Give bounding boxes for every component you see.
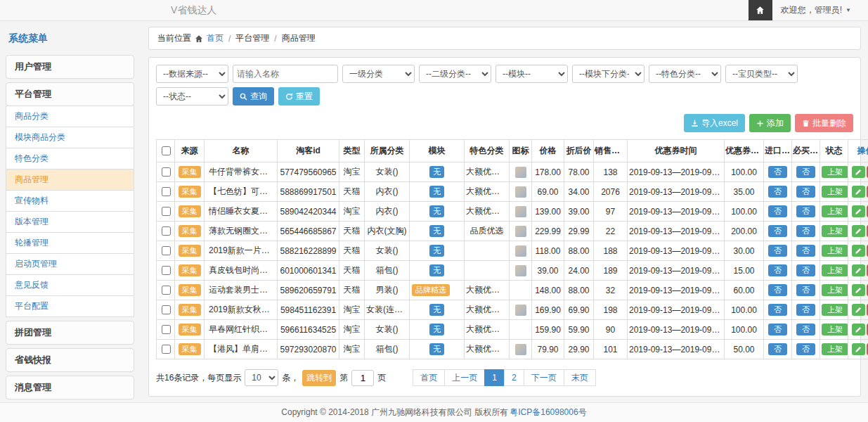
page-button-末页[interactable]: 末页 — [564, 369, 596, 386]
icon-cell — [510, 202, 532, 222]
edit-button[interactable] — [852, 205, 865, 217]
operation-cell — [848, 182, 868, 202]
row-checkbox[interactable] — [162, 305, 171, 314]
must-buy-toggle[interactable]: 否 — [796, 166, 815, 178]
edit-button[interactable] — [852, 225, 865, 237]
must-buy-toggle[interactable]: 否 — [796, 343, 815, 355]
import-excel-button[interactable]: 导入excel — [684, 114, 745, 132]
sidebar-item-拼团管理[interactable]: 拼团管理 — [6, 321, 134, 345]
batch-delete-button[interactable]: 批量删除 — [795, 114, 853, 132]
sidebar-item-用户管理[interactable]: 用户管理 — [6, 55, 134, 79]
row-checkbox[interactable] — [162, 207, 171, 216]
filter-select-0[interactable]: 一级分类 — [342, 65, 415, 83]
status-toggle[interactable]: 上架 — [822, 264, 848, 276]
status-toggle[interactable]: 上架 — [822, 205, 848, 217]
edit-button[interactable] — [852, 166, 865, 178]
search-button[interactable]: 查询 — [233, 87, 274, 106]
import-select-toggle[interactable]: 否 — [768, 264, 787, 276]
row-checkbox[interactable] — [162, 246, 171, 255]
feature-category-cell — [465, 241, 510, 261]
status-toggle[interactable]: 上架 — [822, 166, 848, 178]
row-checkbox[interactable] — [162, 167, 171, 177]
icp-link[interactable]: 粤ICP备16098006号 — [510, 407, 586, 418]
status-toggle[interactable]: 上架 — [822, 186, 848, 198]
user-menu[interactable]: 欢迎您，管理员! ▼ — [772, 4, 868, 16]
filter-select-6[interactable]: --状态-- — [156, 87, 228, 106]
name-search-input[interactable] — [233, 65, 338, 83]
row-checkbox[interactable] — [162, 345, 171, 354]
import-select-toggle[interactable]: 否 — [768, 245, 787, 257]
breadcrumb-home-link[interactable]: 首页 — [207, 32, 224, 44]
page-button-1[interactable]: 1 — [484, 369, 505, 386]
sidebar-item-宣传物料[interactable]: 宣传物料 — [6, 190, 134, 212]
must-buy-toggle[interactable]: 否 — [796, 245, 815, 257]
add-button[interactable]: 添加 — [749, 114, 791, 132]
sidebar-item-平台管理[interactable]: 平台管理 — [6, 82, 134, 106]
filter-select-5[interactable]: --宝贝类型-- — [725, 65, 798, 83]
sidebar-item-特色分类[interactable]: 特色分类 — [6, 148, 134, 170]
status-toggle[interactable]: 上架 — [822, 304, 848, 316]
must-buy-toggle[interactable]: 否 — [796, 205, 815, 217]
sidebar-item-商品分类[interactable]: 商品分类 — [6, 106, 134, 127]
sidebar-item-轮播管理[interactable]: 轮播管理 — [6, 232, 134, 254]
edit-button[interactable] — [852, 324, 865, 335]
must-buy-toggle[interactable]: 否 — [796, 304, 815, 316]
page-button-上一页[interactable]: 上一页 — [444, 369, 485, 386]
sidebar-item-省钱快报[interactable]: 省钱快报 — [6, 348, 134, 372]
page-button-2[interactable]: 2 — [504, 369, 524, 386]
import-select-toggle[interactable]: 否 — [768, 225, 787, 237]
jump-page-input[interactable] — [351, 370, 374, 386]
filter-select-4[interactable]: --特色分类-- — [649, 65, 721, 83]
status-toggle[interactable]: 上架 — [822, 245, 848, 257]
import-select-toggle[interactable]: 否 — [768, 186, 787, 198]
sidebar-item-意见反馈[interactable]: 意见反馈 — [6, 274, 134, 296]
filter-select-3[interactable]: --模块下分类-- — [572, 65, 644, 83]
import-select-toggle[interactable]: 否 — [768, 343, 787, 355]
page-size-select[interactable]: 10 — [245, 369, 278, 386]
must-buy-toggle[interactable]: 否 — [796, 284, 815, 296]
status-toggle[interactable]: 上架 — [822, 225, 848, 237]
row-checkbox[interactable] — [162, 286, 171, 295]
row-checkbox[interactable] — [162, 325, 171, 334]
edit-button[interactable] — [852, 186, 865, 198]
select-all-checkbox[interactable] — [162, 146, 171, 155]
edit-button[interactable] — [852, 284, 865, 296]
jump-button[interactable]: 跳转到 — [302, 370, 336, 386]
row-checkbox[interactable] — [162, 187, 171, 196]
import-select-toggle[interactable]: 否 — [768, 166, 787, 178]
must-buy-toggle[interactable]: 否 — [796, 264, 815, 276]
home-button[interactable] — [749, 0, 772, 20]
filter-select-1[interactable]: --二级分类-- — [419, 65, 491, 83]
edit-button[interactable] — [852, 264, 865, 276]
sidebar-item-平台配置[interactable]: 平台配置 — [6, 295, 134, 317]
must-buy-toggle[interactable]: 否 — [796, 225, 815, 237]
status-toggle[interactable]: 上架 — [822, 343, 848, 355]
status-toggle[interactable]: 上架 — [822, 324, 848, 335]
filter-data-source-select[interactable]: --数据来源-- — [156, 65, 228, 83]
sidebar-item-模块商品分类[interactable]: 模块商品分类 — [6, 127, 134, 148]
edit-button[interactable] — [852, 343, 865, 355]
import-select-toggle[interactable]: 否 — [768, 324, 787, 335]
import-select-toggle[interactable]: 否 — [768, 304, 787, 316]
sidebar-item-启动页管理[interactable]: 启动页管理 — [6, 253, 134, 275]
sidebar-item-版本管理[interactable]: 版本管理 — [6, 211, 134, 233]
row-checkbox[interactable] — [162, 266, 171, 275]
page-button-首页[interactable]: 首页 — [413, 369, 445, 386]
trash-icon — [802, 120, 810, 127]
import-select-toggle[interactable]: 否 — [768, 284, 787, 296]
filter-select-2[interactable]: --模块-- — [495, 65, 568, 83]
must-buy-toggle[interactable]: 否 — [796, 186, 815, 198]
status-toggle[interactable]: 上架 — [822, 284, 848, 296]
reset-button[interactable]: 重置 — [278, 87, 320, 106]
import-select-toggle[interactable]: 否 — [768, 205, 787, 217]
must-buy-toggle[interactable]: 否 — [796, 324, 815, 335]
page-button-下一页[interactable]: 下一页 — [524, 369, 564, 386]
sidebar-item-消息管理[interactable]: 消息管理 — [6, 376, 134, 399]
edit-button[interactable] — [852, 304, 865, 316]
source-cell: 采集 — [175, 261, 205, 281]
row-checkbox[interactable] — [162, 226, 171, 236]
edit-button[interactable] — [852, 245, 865, 257]
sidebar-item-商品管理[interactable]: 商品管理 — [6, 169, 134, 191]
coupon-time-cell: 2019-09-13—2019-09-17 — [628, 162, 725, 182]
column-header-折后价: 折后价 — [564, 140, 594, 162]
